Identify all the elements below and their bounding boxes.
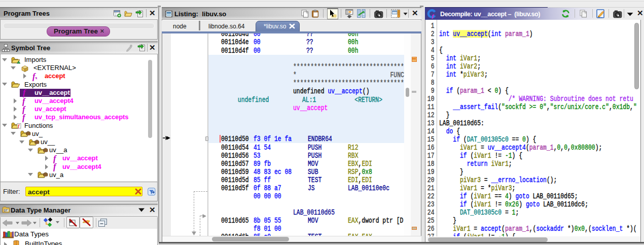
svg-text:DT: DT — [4, 209, 8, 212]
